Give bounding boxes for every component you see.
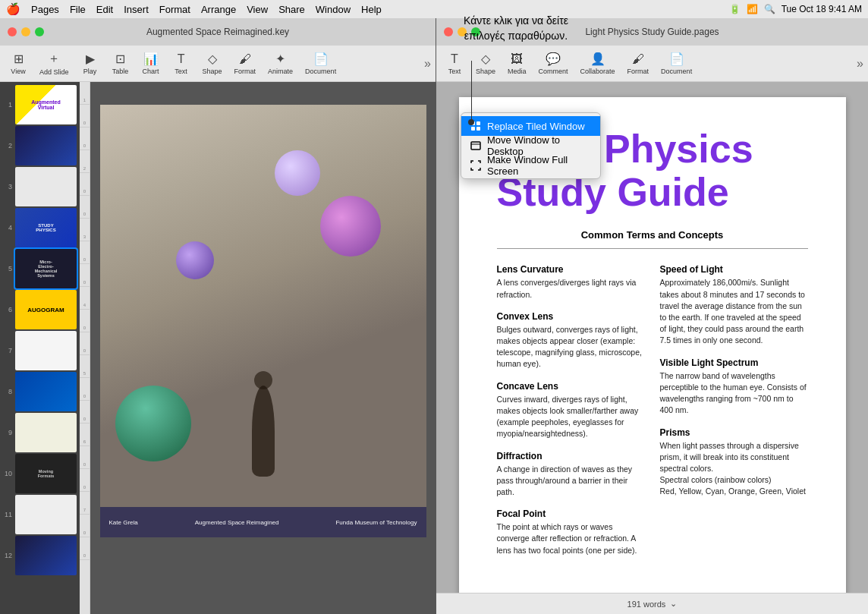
slide-thumb-4[interactable]: STUDYPHYSICS [15, 208, 77, 247]
pages-text-label: Text [448, 68, 461, 75]
menu-item-make-full-screen-label: Make Window Full Screen [487, 154, 591, 177]
split-view: Augmented Space Reimagined.key ⊞ View ＋ … [0, 18, 868, 614]
zoom-button[interactable] [35, 27, 44, 36]
text-icon: T [178, 52, 185, 66]
term-speed-of-light: Speed of Light Approximately 186,000mi/s… [660, 264, 808, 346]
toolbar-document[interactable]: 📄 Document [300, 49, 341, 78]
pages-shape-icon: ◇ [481, 52, 490, 66]
term-body-convex-lens: Bulges outward, converges rays of light,… [497, 324, 645, 370]
pages-close-button[interactable] [444, 27, 453, 36]
menu-insert[interactable]: Insert [124, 4, 149, 15]
menu-help[interactable]: Help [361, 4, 382, 15]
slide-thumb-11[interactable] [15, 495, 77, 534]
menu-item-move-to-desktop[interactable]: Move Window to Desktop [461, 136, 600, 156]
menu-item-make-full-screen[interactable]: Make Window Full Screen [461, 156, 600, 175]
pages-toolbar-shape[interactable]: ◇ Shape [471, 49, 500, 78]
page-subtitle: Common Terms and Concepts [497, 229, 808, 241]
slide-thumb-12[interactable] [15, 536, 77, 575]
menu-format[interactable]: Format [159, 4, 190, 15]
keynote-title: Augmented Space Reimagined.key [146, 27, 289, 37]
pages-window: Light Physics Study Guide.pages T Text ◇… [436, 18, 868, 614]
menu-share[interactable]: Share [278, 4, 305, 15]
terms-grid: Lens Curvature A lens converges/diverges… [497, 264, 808, 567]
menu-view[interactable]: View [247, 4, 268, 15]
slide-main[interactable]: Kate Grela Augmented Space Reimagined Fu… [100, 105, 426, 537]
slide-thumb-6[interactable]: AUGOGRAM [15, 290, 77, 329]
slide-thumb-10[interactable]: MovingFormats [15, 454, 77, 493]
keynote-titlebar: Augmented Space Reimagined.key [0, 18, 436, 46]
menu-item-replace-tiled[interactable]: Replace Tiled Window [461, 116, 600, 136]
pages-status-bar: 191 words ⌄ [436, 593, 868, 614]
slide-caption-left: Kate Grela [109, 519, 138, 526]
slide-caption: Kate Grela Augmented Space Reimagined Fu… [100, 507, 426, 537]
word-count: 191 words [627, 600, 666, 609]
slide-thumb-9[interactable] [15, 413, 77, 452]
term-body-focal-point: The point at which rays or waves converg… [497, 521, 645, 556]
menu-file[interactable]: File [70, 4, 86, 15]
toolbar-view[interactable]: ⊞ View [5, 49, 32, 78]
pages-toolbar-more[interactable]: » [857, 57, 863, 71]
toolbar-table[interactable]: ⊡ Table [107, 49, 134, 78]
thumb-row-7: 7 [3, 331, 77, 370]
pages-zoom-button[interactable] [471, 27, 480, 36]
thumb-row-1: 1 AugmentedVirtual [3, 85, 77, 124]
pages-toolbar-collaborate[interactable]: 👤 Collaborate [576, 49, 620, 78]
pages-toolbar: T Text ◇ Shape 🖼 Media 💬 Comment 👤 Colla… [436, 46, 868, 82]
datetime: Tue Oct 18 9:41 AM [782, 4, 862, 14]
pages-media-icon: 🖼 [511, 52, 523, 66]
term-convex-lens: Convex Lens Bulges outward, converges ra… [497, 311, 645, 370]
svg-rect-1 [476, 121, 480, 125]
thumb-row-4: 4 STUDYPHYSICS [3, 208, 77, 247]
term-body-speed-of-light: Approximately 186,000mi/s. Sunlight take… [660, 277, 808, 346]
term-lens-curvature: Lens Curvature A lens converges/diverges… [497, 264, 645, 300]
sphere-2 [275, 150, 320, 196]
thumb-row-2: 2 [3, 126, 77, 165]
slide-thumb-3[interactable] [15, 167, 77, 206]
search-icon[interactable]: 🔍 [764, 4, 775, 14]
animate-icon: ✦ [275, 52, 285, 66]
term-title-visible-light: Visible Light Spectrum [660, 357, 808, 368]
table-icon: ⊡ [115, 52, 125, 66]
pages-collaborate-label: Collaborate [580, 68, 615, 75]
battery-icon: 🔋 [729, 4, 741, 14]
pages-toolbar-document[interactable]: 📄 Document [656, 49, 697, 78]
chart-icon: 📊 [143, 52, 159, 66]
toolbar-text[interactable]: T Text [168, 49, 195, 78]
term-body-diffraction: A change in direction of waves as they p… [497, 464, 645, 499]
pages-toolbar-text[interactable]: T Text [441, 49, 468, 78]
toolbar-add-slide[interactable]: ＋ Add Slide [35, 48, 74, 79]
menu-pages[interactable]: Pages [31, 4, 59, 15]
thumb-row-8: 8 [3, 372, 77, 411]
toolbar-animate[interactable]: ✦ Animate [263, 49, 297, 78]
menu-arrange[interactable]: Arrange [201, 4, 236, 15]
toolbar-format[interactable]: 🖌 Format [230, 49, 261, 78]
toolbar-more[interactable]: » [424, 57, 431, 71]
toolbar-add-slide-label: Add Slide [39, 68, 69, 76]
minimize-button[interactable] [21, 27, 30, 36]
apple-menu[interactable]: 🍎 [6, 2, 20, 16]
menu-edit[interactable]: Edit [96, 4, 113, 15]
toolbar-shape[interactable]: ◇ Shape [198, 49, 227, 78]
annotation-line [471, 61, 472, 121]
svg-rect-3 [476, 127, 480, 131]
thumb-row-6: 6 AUGOGRAM [3, 290, 77, 329]
svg-rect-2 [471, 127, 475, 131]
toolbar-chart[interactable]: 📊 Chart [137, 49, 165, 78]
word-count-arrow[interactable]: ⌄ [670, 599, 677, 609]
menu-window[interactable]: Window [316, 4, 351, 15]
slide-thumb-2[interactable] [15, 126, 77, 165]
pages-minimize-button[interactable] [458, 27, 467, 36]
pages-shape-label: Shape [476, 68, 495, 75]
pages-toolbar-format[interactable]: 🖌 Format [623, 49, 654, 78]
close-button[interactable] [8, 27, 17, 36]
pages-toolbar-comment[interactable]: 💬 Comment [534, 49, 573, 78]
toolbar-document-label: Document [305, 68, 336, 75]
term-visible-light-spectrum: Visible Light Spectrum The narrow band o… [660, 357, 808, 417]
slide-thumb-8[interactable] [15, 372, 77, 411]
toolbar-text-label: Text [175, 68, 187, 75]
slide-thumb-7[interactable] [15, 331, 77, 370]
pages-toolbar-media[interactable]: 🖼 Media [503, 49, 531, 78]
slide-thumb-1[interactable]: AugmentedVirtual [15, 85, 77, 124]
slide-thumb-5[interactable]: Micro-Electro-MechanicalSystems [15, 249, 77, 288]
toolbar-play[interactable]: ▶ Play [77, 49, 104, 78]
